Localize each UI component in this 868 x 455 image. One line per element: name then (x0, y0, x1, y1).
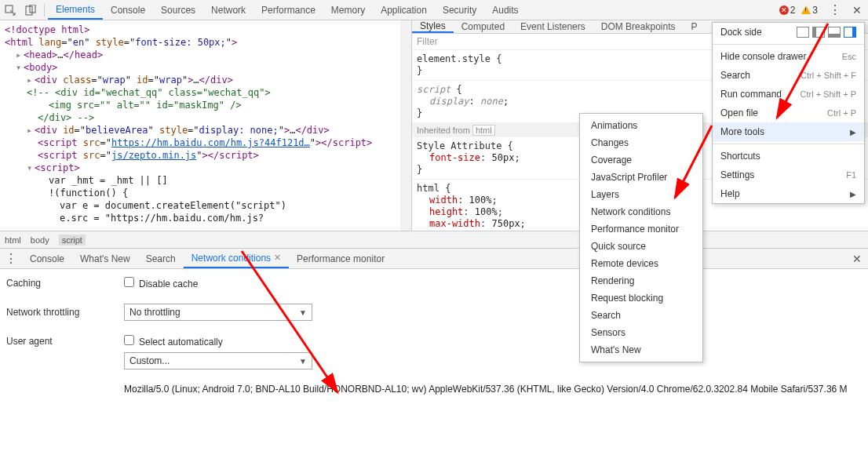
js2: !(function() { (49, 187, 128, 198)
submenu-remote-devices[interactable]: Remote devices (580, 255, 702, 272)
device-toggle-icon[interactable] (20, 0, 41, 20)
p43: max-width (429, 218, 480, 229)
submenu-search[interactable]: Search (580, 307, 702, 324)
tab-memory[interactable]: Memory (323, 0, 373, 20)
tab-console[interactable]: Console (103, 0, 153, 20)
submenu-sensors[interactable]: Sensors (580, 324, 702, 341)
ua-string-input[interactable]: Mozilla/5.0 (Linux; Android 7.0; BND-AL1… (124, 384, 862, 395)
tab-sources[interactable]: Sources (153, 0, 203, 20)
dock-bottom-icon[interactable] (828, 27, 841, 38)
p42: height (429, 206, 463, 217)
tab-elements[interactable]: Elements (48, 0, 103, 20)
dock-undock-icon[interactable] (797, 27, 809, 38)
menu-dock-side[interactable]: Dock side (713, 23, 864, 42)
inherit-tag[interactable]: html (472, 125, 495, 136)
sel4: html (417, 183, 439, 194)
sel1: element.style (417, 53, 491, 64)
submenu-rendering[interactable]: Rendering (580, 272, 702, 289)
ua-label: User agent (6, 336, 124, 347)
disable-cache-checkbox[interactable]: Disable cache (124, 278, 198, 289)
throttling-label: Network throttling (6, 307, 124, 318)
styles-tab-more[interactable]: P (683, 20, 705, 33)
sel3: Style Attribute (417, 140, 501, 151)
submenu-whatsnew[interactable]: What's New (580, 341, 702, 359)
menu-search[interactable]: SearchCtrl + Shift + F (713, 66, 864, 85)
select-auto-checkbox[interactable]: Select automatically (124, 337, 223, 348)
dock-right-icon[interactable] (844, 27, 856, 38)
chevron-down-icon: ▼ (299, 308, 307, 317)
warning-count[interactable]: 3 (801, 5, 818, 16)
doctype: <!doctype html> (5, 24, 89, 35)
drawer-tab-console[interactable]: Console (22, 249, 72, 268)
menu-more-tools[interactable]: More tools▶ (713, 122, 864, 141)
lang-val: en (73, 37, 84, 48)
js1: var _hmt = _hmt || [] (49, 175, 168, 186)
menu-help[interactable]: Help▶ (713, 184, 864, 203)
submenu-layers[interactable]: Layers (580, 186, 702, 203)
tab-audits[interactable]: Audits (484, 0, 526, 20)
v3: 50px (491, 152, 514, 163)
menu-settings[interactable]: SettingsF1 (713, 166, 864, 184)
tab-performance[interactable]: Performance (253, 0, 323, 20)
menu-run-command[interactable]: Run commandCtrl + Shift + P (713, 85, 864, 104)
devtools-toolbar: Elements Console Sources Network Perform… (0, 0, 868, 20)
drawer-menu-icon[interactable]: ⋮ (0, 251, 22, 266)
submenu-changes[interactable]: Changes (580, 134, 702, 151)
style-val: font-size: 50px; (135, 37, 226, 48)
p2: display (429, 96, 469, 107)
styles-tab-listeners[interactable]: Event Listeners (512, 20, 593, 33)
crumb-body[interactable]: body (31, 235, 49, 245)
close-tab-icon[interactable]: ✕ (274, 253, 281, 263)
v42: 100% (475, 206, 498, 217)
warning-num: 3 (812, 5, 818, 16)
drawer-close-icon[interactable]: ✕ (846, 253, 868, 265)
menu-open-file[interactable]: Open fileCtrl + P (713, 104, 864, 122)
throttling-select[interactable]: No throttling▼ (124, 304, 312, 321)
styles-tab-computed[interactable]: Computed (454, 20, 512, 33)
submenu-coverage[interactable]: Coverage (580, 151, 702, 169)
submenu-request-blocking[interactable]: Request blocking (580, 289, 702, 307)
comment3: </div> --> (38, 112, 94, 123)
sel2: script (417, 84, 450, 95)
submenu-quick-source[interactable]: Quick source (580, 238, 702, 255)
menu-shortcuts[interactable]: Shortcuts (713, 147, 864, 166)
drawer-tab-whatsnew[interactable]: What's New (72, 249, 138, 268)
chevron-right-icon: ▶ (850, 128, 856, 136)
script-src1[interactable]: https://hm.baidu.com/hm.js?44f121d… (111, 137, 310, 148)
submenu-perfmon[interactable]: Performance monitor (580, 220, 702, 238)
styles-tab-dom-bp[interactable]: DOM Breakpoints (593, 20, 684, 33)
script-src2[interactable]: js/zepto.min.js (111, 150, 196, 161)
submenu-network-conditions[interactable]: Network conditions (580, 203, 702, 220)
js3: var e = document.createElement("script") (60, 200, 286, 211)
drawer-tab-perfmon[interactable]: Performance monitor (289, 249, 392, 268)
kebab-menu-icon[interactable]: ⋮ (824, 2, 846, 17)
crumb-html[interactable]: html (5, 235, 21, 245)
elements-tree[interactable]: <!doctype html> <html lang="en" style="f… (0, 20, 412, 231)
ua-select[interactable]: Custom...▼ (124, 352, 312, 369)
network-conditions-panel: Caching Disable cache Network throttling… (0, 269, 868, 402)
caching-label: Caching (6, 278, 124, 289)
id2: believeArea (86, 125, 148, 136)
submenu-animations[interactable]: Animations (580, 117, 702, 134)
js4: e.src = "https://hm.baidu.com/hm.js? (60, 213, 264, 224)
dock-left-icon[interactable] (812, 27, 825, 38)
crumb-script[interactable]: script (59, 235, 86, 246)
tab-security[interactable]: Security (435, 0, 484, 20)
inspect-icon[interactable] (0, 0, 20, 20)
chevron-down-icon: ▼ (299, 357, 307, 366)
close-icon[interactable]: ✕ (846, 4, 868, 16)
scrollbar[interactable] (400, 20, 411, 231)
submenu-js-profiler[interactable]: JavaScript Profiler (580, 169, 702, 186)
filter-input[interactable]: Filter (417, 36, 438, 47)
v43: 750px (491, 218, 520, 229)
error-count[interactable]: ✕2 (779, 5, 796, 16)
tab-application[interactable]: Application (373, 0, 435, 20)
drawer-tab-search[interactable]: Search (138, 249, 184, 268)
tab-network[interactable]: Network (203, 0, 253, 20)
drawer-tab-network-conditions[interactable]: Network conditions✕ (184, 249, 289, 268)
more-tools-submenu: Animations Changes Coverage JavaScript P… (579, 113, 703, 362)
main-dropdown-menu: Dock side Hide console drawerEsc SearchC… (712, 22, 865, 204)
drawer-tabs: ⋮ Console What's New Search Network cond… (0, 248, 868, 269)
menu-hide-drawer[interactable]: Hide console drawerEsc (713, 47, 864, 66)
styles-tab-styles[interactable]: Styles (412, 20, 454, 33)
